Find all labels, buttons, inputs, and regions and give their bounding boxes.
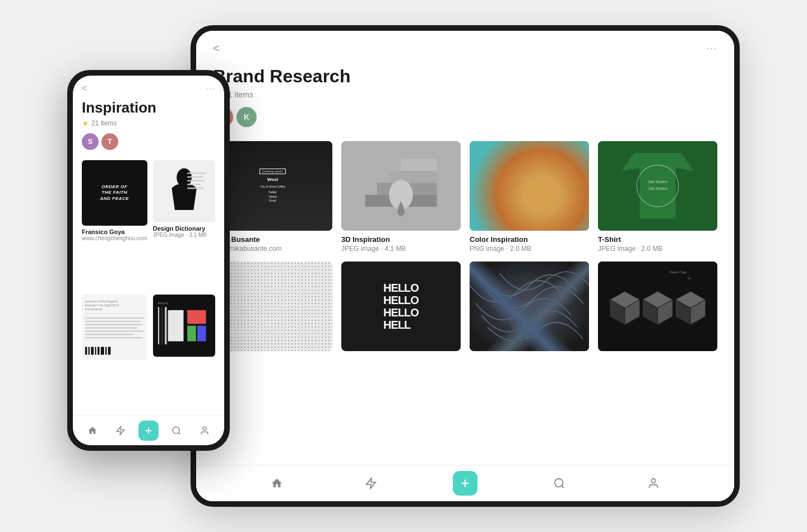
phone-avatar-t[interactable]: T: [101, 133, 118, 150]
hello-text: HELLOHELLOHELLOHELL: [383, 282, 419, 331]
tablet-header: < ···: [196, 31, 734, 60]
grid-item-color-meta: PNG image · 2.0 MB: [470, 245, 589, 253]
tablet-collection-title: Brand Research: [213, 66, 717, 87]
grid-item-pattern[interactable]: Pattern Type All: [598, 262, 717, 356]
activity-icon: [365, 477, 377, 489]
svg-rect-48: [85, 324, 143, 325]
svg-rect-59: [105, 347, 106, 354]
svg-rect-62: [158, 307, 159, 344]
svg-text:Expansion of Text Rugged &: Expansion of Text Rugged &: [85, 300, 119, 303]
svg-rect-67: [187, 326, 196, 342]
phone-collection-title: Inspiration: [82, 99, 215, 116]
svg-text:Oak Studios: Oak Studios: [648, 180, 667, 184]
tablet-more-button[interactable]: ···: [707, 44, 717, 54]
svg-line-74: [178, 432, 180, 434]
goya-text: ORDER OFTHE FAITHAND PEACE: [100, 184, 129, 202]
thumb-hello: HELLOHELLOHELLOHELL: [341, 262, 461, 351]
phone-grid-item-dict[interactable]: Design Dictionary JPEG image · 3.1 MB: [153, 160, 215, 289]
pattern-svg: Pattern Type All: [598, 262, 717, 351]
thumb-3d: [341, 141, 461, 231]
svg-text:Pattern Type: Pattern Type: [670, 270, 687, 274]
svg-rect-4: [401, 159, 437, 171]
phone-grid-dict-meta: JPEG image · 3.1 MB: [153, 232, 215, 238]
svg-rect-63: [160, 307, 164, 344]
phone-search-icon: [171, 426, 182, 436]
phone-nav-profile[interactable]: [194, 421, 215, 441]
design-svg: Essay by: [153, 295, 215, 357]
thumb-lightning: [470, 262, 589, 351]
svg-rect-56: [95, 347, 96, 354]
svg-rect-51: [85, 334, 134, 335]
grid-item-lightning[interactable]: [470, 262, 589, 356]
svg-rect-45: [85, 313, 144, 314]
phone-collection-meta: ★ 21 items: [82, 119, 215, 128]
dict-svg: [153, 160, 215, 222]
tablet-nav-home[interactable]: [265, 471, 289, 496]
thumb-dots: [213, 262, 332, 351]
phone-grid: ORDER OFTHE FAITHAND PEACE Fransico Goya…: [73, 156, 224, 415]
phone-home-icon: [87, 426, 98, 436]
phone-thumb-essay: Expansion of Text Rugged & Explosion in …: [82, 295, 147, 360]
svg-rect-68: [197, 326, 206, 342]
svg-rect-53: [85, 347, 87, 354]
grid-item-dots[interactable]: [213, 262, 332, 356]
phone-activity-icon: [115, 426, 126, 436]
profile-icon: [647, 477, 660, 489]
phone-avatar-s[interactable]: S: [82, 133, 99, 150]
svg-rect-58: [101, 347, 104, 354]
svg-rect-36: [187, 172, 206, 174]
tablet-nav-add[interactable]: [453, 471, 477, 496]
phone-nav-add[interactable]: [138, 421, 159, 441]
grid-item-tshirt-meta: JPEG image · 2.0 MB: [598, 245, 717, 253]
svg-point-31: [555, 479, 563, 487]
tablet-back-button[interactable]: <: [213, 42, 220, 55]
svg-text:Oak Studios: Oak Studios: [648, 186, 667, 190]
3d-svg: [341, 141, 461, 231]
phone-device: < ··· Inspiration ★ 21 items S T: [67, 70, 230, 451]
tablet-nav-profile[interactable]: [641, 471, 666, 496]
svg-rect-54: [89, 347, 90, 354]
phone-profile-icon: [200, 426, 210, 436]
phone-grid-item-design[interactable]: Essay by: [153, 295, 215, 410]
svg-rect-49: [85, 327, 137, 328]
phone-add-icon: [143, 426, 154, 436]
grid-item-color[interactable]: Color Inspiration PNG image · 2.0 MB: [470, 141, 589, 253]
scene: < ··· Brand Research ★ 21 items T K: [67, 25, 740, 507]
phone-grid-dict-title: Design Dictionary: [153, 225, 215, 232]
grid-item-mika[interactable]: Coming soon! Wool City of Santa Coffee T…: [213, 141, 332, 253]
phone-grid-item-essay[interactable]: Expansion of Text Rugged & Explosion in …: [82, 295, 147, 410]
phone-nav-activity[interactable]: [110, 421, 131, 441]
svg-rect-40: [187, 188, 203, 189]
phone-grid-item-goya[interactable]: ORDER OFTHE FAITHAND PEACE Fransico Goya…: [82, 160, 147, 289]
avatar-k[interactable]: K: [236, 107, 257, 127]
essay-svg: Expansion of Text Rugged & Explosion in …: [82, 295, 147, 360]
svg-rect-50: [85, 330, 144, 332]
grid-item-hello[interactable]: HELLOHELLOHELLOHELL: [341, 262, 461, 356]
svg-rect-66: [187, 310, 206, 324]
svg-point-75: [203, 427, 206, 430]
svg-marker-28: [367, 478, 376, 488]
svg-rect-55: [91, 347, 94, 354]
tablet-nav-search[interactable]: [547, 471, 572, 496]
grid-item-mika-title: Mika Busante: [213, 235, 332, 244]
phone-back-button[interactable]: <: [82, 83, 87, 94]
phone-title-section: Inspiration ★ 21 items S T: [73, 97, 224, 156]
grid-item-tshirt[interactable]: Oak Studios Oak Studios T-Shirt JPEG ima…: [598, 141, 717, 253]
phone-nav-home[interactable]: [82, 421, 103, 441]
thumb-color: [470, 141, 589, 231]
svg-point-33: [651, 479, 655, 483]
svg-rect-3: [389, 171, 437, 183]
grid-item-mika-meta: www.mikabusante.com: [213, 245, 332, 253]
grid-item-3d-title: 3D Inspiration: [341, 235, 461, 244]
phone-nav-search[interactable]: [166, 421, 187, 441]
phone-more-button[interactable]: ···: [206, 85, 215, 92]
tablet-nav-activity[interactable]: [359, 471, 383, 496]
thumb-pattern: Pattern Type All: [598, 262, 717, 351]
tablet-bottom-nav: [196, 465, 734, 501]
svg-text:Post Modernity: Post Modernity: [85, 308, 103, 311]
svg-rect-57: [98, 347, 100, 354]
svg-rect-60: [108, 347, 111, 354]
grid-item-color-title: Color Inspiration: [470, 235, 589, 244]
grid-item-3d[interactable]: 3D Inspiration JPEG image · 4.1 MB: [341, 141, 461, 253]
svg-text:All: All: [688, 277, 691, 280]
